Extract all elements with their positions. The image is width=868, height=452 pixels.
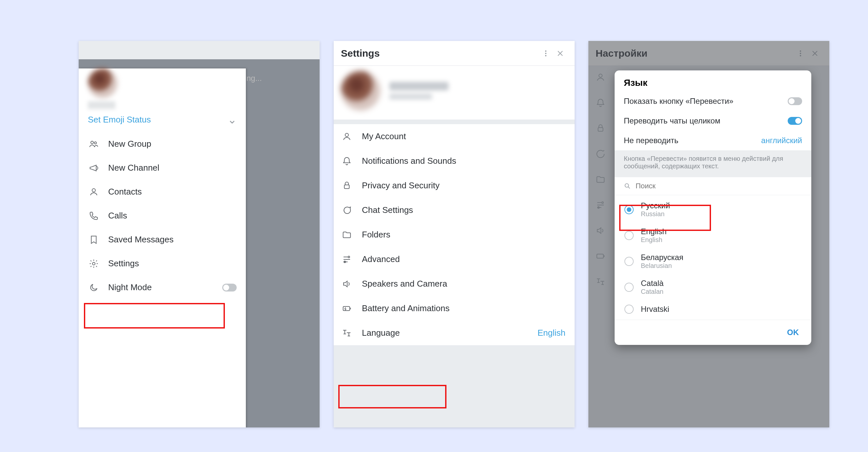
menu-item-label: New Group bbox=[108, 139, 151, 149]
panel-settings: Settings My Account Notifications and So… bbox=[334, 41, 575, 427]
settings-item-label: Language bbox=[362, 328, 400, 338]
settings-item-label: Battery and Animations bbox=[362, 303, 450, 314]
search-input[interactable] bbox=[636, 182, 802, 190]
settings-item-folders[interactable]: Folders bbox=[334, 222, 575, 247]
translate-note: Кнопка «Перевести» появится в меню дейст… bbox=[615, 150, 811, 177]
avatar bbox=[341, 71, 380, 110]
dont-translate-row[interactable]: Не переводить английский bbox=[615, 131, 811, 150]
radio-icon bbox=[624, 304, 633, 314]
settings-item-privacy-and-security[interactable]: Privacy and Security bbox=[334, 173, 575, 198]
show-translate-label: Показать кнопку «Перевести» bbox=[624, 97, 733, 106]
menu-item-label: New Channel bbox=[108, 163, 159, 173]
menu-item-contacts[interactable]: Contacts bbox=[79, 180, 246, 204]
menu-item-label: Calls bbox=[108, 211, 127, 221]
more-menu-button[interactable] bbox=[538, 46, 553, 61]
radio-icon bbox=[624, 231, 633, 240]
language-english: Catalan bbox=[641, 288, 663, 295]
dialog-title: Язык bbox=[615, 70, 811, 91]
background-loading-text: ng... bbox=[247, 74, 262, 83]
language-option-catalan[interactable]: Català Catalan bbox=[622, 274, 805, 300]
language-option-russian[interactable]: Русский Russian bbox=[622, 196, 805, 222]
panel-language: Настройки Я bbox=[588, 41, 829, 427]
language-english: Russian bbox=[641, 210, 670, 218]
language-english: English bbox=[641, 236, 667, 244]
menu-item-saved-messages[interactable]: Saved Messages bbox=[79, 228, 246, 252]
speaker-icon bbox=[341, 279, 353, 289]
profile-name-blurred bbox=[390, 82, 448, 100]
radio-icon bbox=[624, 283, 633, 292]
language-native: Беларуская bbox=[641, 253, 683, 262]
user-icon bbox=[88, 187, 100, 197]
settings-item-label: Notifications and Sounds bbox=[362, 156, 456, 166]
settings-item-language[interactable]: LanguageEnglish bbox=[334, 321, 575, 345]
svg-rect-12 bbox=[343, 306, 350, 311]
settings-item-label: Advanced bbox=[362, 254, 400, 264]
panel1-scrim-header bbox=[79, 41, 319, 59]
svg-point-2 bbox=[92, 189, 95, 192]
settings-item-chat-settings[interactable]: Chat Settings bbox=[334, 198, 575, 222]
lock-icon bbox=[341, 181, 353, 191]
profile-header[interactable] bbox=[334, 66, 575, 120]
menu-item-new-group[interactable]: New Group bbox=[79, 132, 246, 156]
svg-point-4 bbox=[545, 51, 546, 52]
svg-point-3 bbox=[92, 262, 95, 265]
set-emoji-status-row[interactable]: Set Emoji Status ⌄ bbox=[88, 113, 237, 126]
settings-item-label: My Account bbox=[362, 131, 406, 141]
translate-whole-row[interactable]: Переводить чаты целиком bbox=[615, 111, 811, 131]
annotation-highlight-settings bbox=[84, 303, 225, 328]
megaphone-icon bbox=[88, 163, 100, 173]
group-icon bbox=[88, 139, 100, 149]
language-native: Hrvatski bbox=[641, 304, 669, 314]
svg-point-9 bbox=[348, 256, 350, 258]
set-emoji-status-label: Set Emoji Status bbox=[88, 115, 151, 125]
svg-point-6 bbox=[545, 55, 546, 56]
menu-item-settings[interactable]: Settings bbox=[79, 252, 246, 276]
settings-title: Settings bbox=[341, 48, 538, 59]
sliders-icon bbox=[341, 255, 353, 264]
menu-item-calls[interactable]: Calls bbox=[79, 204, 246, 228]
show-translate-toggle[interactable] bbox=[788, 97, 802, 105]
menu-item-label: Contacts bbox=[108, 187, 142, 197]
language-option-hrvatski[interactable]: Hrvatski bbox=[622, 300, 805, 318]
settings-item-label: Folders bbox=[362, 230, 391, 240]
settings-item-label: Privacy and Security bbox=[362, 181, 440, 191]
folder-icon bbox=[341, 230, 353, 240]
language-dialog: Язык Показать кнопку «Перевести» Перевод… bbox=[615, 70, 811, 345]
annotation-highlight-language bbox=[338, 385, 446, 409]
language-native: English bbox=[641, 227, 667, 236]
dont-translate-value[interactable]: английский bbox=[761, 136, 802, 145]
settings-item-battery-and-animations[interactable]: Battery and Animations bbox=[334, 296, 575, 321]
battery-icon bbox=[341, 303, 353, 314]
translate-icon bbox=[341, 328, 353, 338]
settings-item-advanced[interactable]: Advanced bbox=[334, 247, 575, 271]
night-mode-toggle[interactable] bbox=[222, 284, 237, 291]
close-button[interactable] bbox=[553, 46, 567, 61]
ok-button[interactable]: OK bbox=[782, 325, 803, 340]
settings-item-notifications-and-sounds[interactable]: Notifications and Sounds bbox=[334, 149, 575, 173]
show-translate-row[interactable]: Показать кнопку «Перевести» bbox=[615, 91, 811, 111]
settings-item-label: Chat Settings bbox=[362, 205, 413, 215]
moon-icon bbox=[88, 283, 100, 292]
avatar[interactable] bbox=[88, 68, 117, 98]
translate-whole-toggle[interactable] bbox=[788, 117, 802, 125]
language-native: Русский bbox=[641, 201, 670, 210]
menu-item-new-channel[interactable]: New Channel bbox=[79, 156, 246, 180]
gear-icon bbox=[88, 259, 100, 268]
translate-whole-label: Переводить чаты целиком bbox=[624, 116, 720, 125]
language-option-belarusian[interactable]: Беларуская Belarusian bbox=[622, 248, 805, 274]
user-icon bbox=[341, 132, 353, 141]
phone-icon bbox=[88, 211, 100, 221]
menu-item-night-mode[interactable]: Night Mode bbox=[79, 276, 246, 299]
language-native: Català bbox=[641, 279, 663, 288]
bookmark-icon bbox=[88, 235, 100, 245]
language-option-english[interactable]: English English bbox=[622, 222, 805, 248]
language-search[interactable] bbox=[615, 177, 811, 195]
language-english: Belarusian bbox=[641, 262, 683, 269]
svg-point-0 bbox=[91, 141, 93, 144]
settings-item-speakers-and-camera[interactable]: Speakers and Camera bbox=[334, 271, 575, 296]
settings-item-my-account[interactable]: My Account bbox=[334, 124, 575, 149]
menu-item-label: Night Mode bbox=[108, 282, 152, 292]
radio-icon bbox=[624, 205, 633, 214]
panel-main-menu: ng... Set Emoji Status ⌄ New Group New C… bbox=[79, 41, 319, 427]
settings-item-label: Speakers and Camera bbox=[362, 279, 447, 289]
